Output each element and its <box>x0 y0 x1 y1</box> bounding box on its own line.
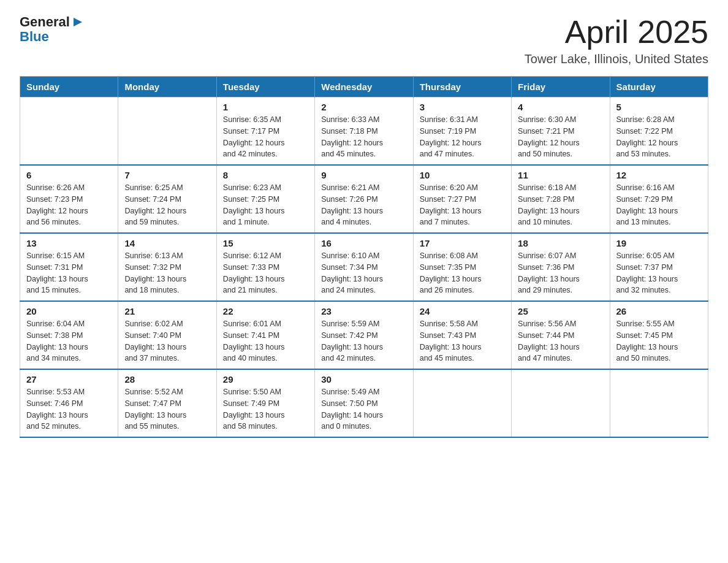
day-of-week-header: Tuesday <box>216 77 314 98</box>
page-subtitle: Tower Lake, Illinois, United States <box>525 52 708 66</box>
calendar-cell: 12Sunrise: 6:16 AMSunset: 7:29 PMDayligh… <box>610 165 708 233</box>
day-info: Sunrise: 6:02 AMSunset: 7:40 PMDaylight:… <box>124 318 210 364</box>
calendar-cell: 18Sunrise: 6:07 AMSunset: 7:36 PMDayligh… <box>512 233 610 301</box>
day-of-week-header: Saturday <box>610 77 708 98</box>
logo: General Blue <box>20 15 85 44</box>
day-info: Sunrise: 6:08 AMSunset: 7:35 PMDaylight:… <box>420 250 505 296</box>
day-number: 12 <box>616 170 702 180</box>
day-info: Sunrise: 6:20 AMSunset: 7:27 PMDaylight:… <box>420 182 505 228</box>
days-of-week-row: SundayMondayTuesdayWednesdayThursdayFrid… <box>20 77 708 98</box>
day-number: 7 <box>124 170 210 180</box>
calendar-cell: 3Sunrise: 6:31 AMSunset: 7:19 PMDaylight… <box>413 98 511 166</box>
calendar-cell <box>512 369 610 437</box>
day-info: Sunrise: 6:04 AMSunset: 7:38 PMDaylight:… <box>26 318 112 364</box>
day-number: 13 <box>26 238 112 248</box>
calendar-cell: 1Sunrise: 6:35 AMSunset: 7:17 PMDaylight… <box>216 98 314 166</box>
calendar-cell: 13Sunrise: 6:15 AMSunset: 7:31 PMDayligh… <box>20 233 118 301</box>
day-number: 16 <box>321 238 406 248</box>
calendar-cell: 27Sunrise: 5:53 AMSunset: 7:46 PMDayligh… <box>20 369 118 437</box>
calendar-cell: 9Sunrise: 6:21 AMSunset: 7:26 PMDaylight… <box>315 165 413 233</box>
calendar-cell: 5Sunrise: 6:28 AMSunset: 7:22 PMDaylight… <box>610 98 708 166</box>
calendar-cell: 6Sunrise: 6:26 AMSunset: 7:23 PMDaylight… <box>20 165 118 233</box>
calendar-cell: 10Sunrise: 6:20 AMSunset: 7:27 PMDayligh… <box>413 165 511 233</box>
day-info: Sunrise: 5:59 AMSunset: 7:42 PMDaylight:… <box>321 318 406 364</box>
day-info: Sunrise: 5:52 AMSunset: 7:47 PMDaylight:… <box>124 386 210 432</box>
day-info: Sunrise: 6:16 AMSunset: 7:29 PMDaylight:… <box>616 182 702 228</box>
day-of-week-header: Sunday <box>20 77 118 98</box>
day-number: 9 <box>321 170 406 180</box>
title-block: April 2025 Tower Lake, Illinois, United … <box>525 15 708 66</box>
calendar-week-row: 1Sunrise: 6:35 AMSunset: 7:17 PMDaylight… <box>20 98 708 166</box>
calendar-cell: 15Sunrise: 6:12 AMSunset: 7:33 PMDayligh… <box>216 233 314 301</box>
calendar-table: SundayMondayTuesdayWednesdayThursdayFrid… <box>20 76 708 438</box>
day-number: 30 <box>321 374 406 385</box>
day-info: Sunrise: 6:07 AMSunset: 7:36 PMDaylight:… <box>518 250 603 296</box>
day-number: 4 <box>518 102 603 112</box>
day-number: 20 <box>26 306 112 316</box>
day-number: 6 <box>26 170 112 180</box>
day-number: 19 <box>616 238 702 248</box>
calendar-cell <box>118 98 216 166</box>
day-info: Sunrise: 6:13 AMSunset: 7:32 PMDaylight:… <box>124 250 210 296</box>
calendar-cell: 4Sunrise: 6:30 AMSunset: 7:21 PMDaylight… <box>512 98 610 166</box>
calendar-cell: 8Sunrise: 6:23 AMSunset: 7:25 PMDaylight… <box>216 165 314 233</box>
day-of-week-header: Friday <box>512 77 610 98</box>
day-info: Sunrise: 5:58 AMSunset: 7:43 PMDaylight:… <box>420 318 505 364</box>
day-info: Sunrise: 5:55 AMSunset: 7:45 PMDaylight:… <box>616 318 702 364</box>
calendar-cell: 28Sunrise: 5:52 AMSunset: 7:47 PMDayligh… <box>118 369 216 437</box>
day-info: Sunrise: 6:12 AMSunset: 7:33 PMDaylight:… <box>223 250 308 296</box>
calendar-cell: 2Sunrise: 6:33 AMSunset: 7:18 PMDaylight… <box>315 98 413 166</box>
day-info: Sunrise: 5:49 AMSunset: 7:50 PMDaylight:… <box>321 386 406 432</box>
day-info: Sunrise: 6:18 AMSunset: 7:28 PMDaylight:… <box>518 182 603 228</box>
day-info: Sunrise: 6:28 AMSunset: 7:22 PMDaylight:… <box>616 114 702 160</box>
day-number: 29 <box>223 374 308 385</box>
logo-general: General <box>20 15 70 29</box>
day-number: 18 <box>518 238 603 248</box>
day-info: Sunrise: 5:56 AMSunset: 7:44 PMDaylight:… <box>518 318 603 364</box>
day-number: 1 <box>223 102 308 112</box>
svg-marker-0 <box>74 18 82 26</box>
day-info: Sunrise: 6:05 AMSunset: 7:37 PMDaylight:… <box>616 250 702 296</box>
day-info: Sunrise: 5:50 AMSunset: 7:49 PMDaylight:… <box>223 386 308 432</box>
day-number: 10 <box>420 170 505 180</box>
calendar-cell: 19Sunrise: 6:05 AMSunset: 7:37 PMDayligh… <box>610 233 708 301</box>
calendar-cell: 21Sunrise: 6:02 AMSunset: 7:40 PMDayligh… <box>118 301 216 369</box>
day-number: 26 <box>616 306 702 316</box>
day-number: 11 <box>518 170 603 180</box>
day-number: 25 <box>518 306 603 316</box>
calendar-cell: 22Sunrise: 6:01 AMSunset: 7:41 PMDayligh… <box>216 301 314 369</box>
page-title: April 2025 <box>525 15 708 50</box>
day-info: Sunrise: 6:15 AMSunset: 7:31 PMDaylight:… <box>26 250 112 296</box>
day-info: Sunrise: 6:10 AMSunset: 7:34 PMDaylight:… <box>321 250 406 296</box>
calendar-cell <box>20 98 118 166</box>
day-info: Sunrise: 6:01 AMSunset: 7:41 PMDaylight:… <box>223 318 308 364</box>
day-info: Sunrise: 6:23 AMSunset: 7:25 PMDaylight:… <box>223 182 308 228</box>
day-number: 8 <box>223 170 308 180</box>
day-number: 21 <box>124 306 210 316</box>
calendar-cell <box>413 369 511 437</box>
day-number: 24 <box>420 306 505 316</box>
day-info: Sunrise: 6:30 AMSunset: 7:21 PMDaylight:… <box>518 114 603 160</box>
calendar-cell: 11Sunrise: 6:18 AMSunset: 7:28 PMDayligh… <box>512 165 610 233</box>
calendar-cell: 14Sunrise: 6:13 AMSunset: 7:32 PMDayligh… <box>118 233 216 301</box>
day-number: 22 <box>223 306 308 316</box>
calendar-cell: 17Sunrise: 6:08 AMSunset: 7:35 PMDayligh… <box>413 233 511 301</box>
calendar-cell: 16Sunrise: 6:10 AMSunset: 7:34 PMDayligh… <box>315 233 413 301</box>
day-of-week-header: Wednesday <box>315 77 413 98</box>
calendar-week-row: 27Sunrise: 5:53 AMSunset: 7:46 PMDayligh… <box>20 369 708 437</box>
day-number: 3 <box>420 102 505 112</box>
calendar-week-row: 6Sunrise: 6:26 AMSunset: 7:23 PMDaylight… <box>20 165 708 233</box>
calendar-header: SundayMondayTuesdayWednesdayThursdayFrid… <box>20 77 708 98</box>
day-info: Sunrise: 6:31 AMSunset: 7:19 PMDaylight:… <box>420 114 505 160</box>
day-number: 27 <box>26 374 112 385</box>
day-number: 15 <box>223 238 308 248</box>
calendar-week-row: 20Sunrise: 6:04 AMSunset: 7:38 PMDayligh… <box>20 301 708 369</box>
day-info: Sunrise: 6:26 AMSunset: 7:23 PMDaylight:… <box>26 182 112 228</box>
day-number: 5 <box>616 102 702 112</box>
calendar-cell: 25Sunrise: 5:56 AMSunset: 7:44 PMDayligh… <box>512 301 610 369</box>
day-number: 2 <box>321 102 406 112</box>
day-info: Sunrise: 6:25 AMSunset: 7:24 PMDaylight:… <box>124 182 210 228</box>
calendar-cell: 24Sunrise: 5:58 AMSunset: 7:43 PMDayligh… <box>413 301 511 369</box>
calendar-cell: 20Sunrise: 6:04 AMSunset: 7:38 PMDayligh… <box>20 301 118 369</box>
calendar-cell: 7Sunrise: 6:25 AMSunset: 7:24 PMDaylight… <box>118 165 216 233</box>
